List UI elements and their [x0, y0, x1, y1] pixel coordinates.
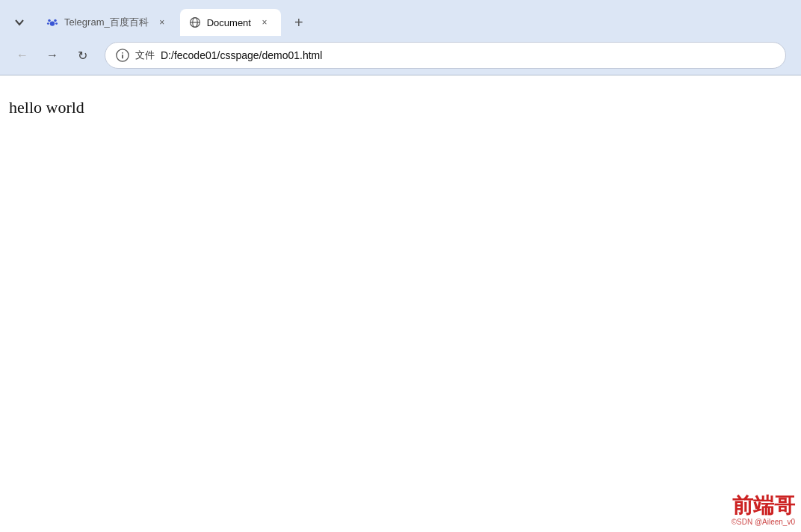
tab-bar: Telegram_百度百科 × Document × +	[0, 0, 801, 36]
back-button[interactable]: ←	[9, 42, 36, 69]
forward-button[interactable]: →	[39, 42, 66, 69]
page-text: hello world	[9, 98, 84, 117]
tab-document[interactable]: Document ×	[180, 9, 281, 36]
info-icon	[116, 49, 129, 62]
watermark-caption: ©SDN @Aileen_v0	[732, 518, 795, 526]
address-url: D:/fecode01/csspage/demo01.html	[161, 49, 775, 61]
address-bar[interactable]: 文件 D:/fecode01/csspage/demo01.html	[105, 42, 786, 69]
svg-point-0	[50, 21, 55, 25]
watermark-main-text: 前端哥	[732, 495, 795, 516]
forward-icon: →	[46, 49, 58, 62]
svg-point-4	[55, 22, 58, 25]
svg-point-9	[122, 52, 123, 54]
tab-document-label: Document	[207, 17, 251, 28]
svg-point-3	[47, 22, 49, 25]
browser-chrome: Telegram_百度百科 × Document × + ← → ↻	[0, 0, 801, 75]
tab-telegram-label: Telegram_百度百科	[64, 16, 149, 29]
svg-point-1	[48, 19, 51, 22]
globe-icon	[189, 16, 201, 28]
toolbar: ← → ↻ 文件 D:/fecode01/csspage/demo01.html	[0, 36, 801, 75]
page-content: hello world 前端哥 ©SDN @Aileen_v0	[0, 75, 801, 532]
reload-icon: ↻	[78, 49, 87, 63]
file-label: 文件	[135, 49, 155, 62]
svg-point-2	[54, 19, 57, 22]
back-icon: ←	[16, 49, 28, 62]
reload-button[interactable]: ↻	[69, 42, 96, 69]
svg-rect-10	[122, 55, 123, 58]
tab-telegram[interactable]: Telegram_百度百科 ×	[37, 9, 179, 36]
watermark: 前端哥 ©SDN @Aileen_v0	[732, 495, 795, 526]
tab-dropdown-button[interactable]	[6, 10, 33, 34]
baidu-icon	[46, 16, 58, 28]
tab-telegram-close[interactable]: ×	[155, 15, 170, 30]
tab-document-close[interactable]: ×	[257, 15, 272, 30]
new-tab-button[interactable]: +	[285, 10, 312, 34]
